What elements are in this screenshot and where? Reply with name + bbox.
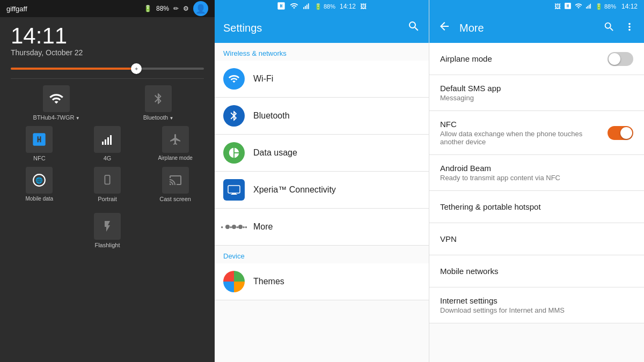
beam-subtitle: Ready to transmit app content via NFC <box>440 174 633 182</box>
airplane-label: Airplane mode <box>158 155 192 161</box>
more-item-internet[interactable]: Internet settings Download settings for … <box>429 287 644 323</box>
portrait-icon <box>94 167 121 194</box>
sms-title: Default SMS app <box>440 84 633 93</box>
vpn-content: VPN <box>440 234 633 243</box>
battery-status-mid: 🔋 88% <box>314 3 335 10</box>
svg-rect-1 <box>105 139 106 145</box>
4g-label: 4G <box>104 155 112 161</box>
more-item-android-beam[interactable]: Android Beam Ready to transmit app conte… <box>429 155 644 191</box>
flashlight-label: Flashlight <box>94 242 120 248</box>
bluetooth-toggle-label: Bluetooth <box>143 114 174 121</box>
more-search-icon[interactable] <box>603 21 615 35</box>
settings-item-data-usage[interactable]: Data usage <box>215 135 429 172</box>
toggle-row-2: NFC 4G Airplane mode <box>5 126 209 161</box>
current-date: Thursday, October 22 <box>11 48 204 57</box>
svg-text:🌐: 🌐 <box>35 176 43 184</box>
nfc-icon-right <box>564 2 572 11</box>
bluetooth-label: Bluetooth <box>253 111 290 121</box>
flashlight-section: Flashlight <box>5 208 209 248</box>
cast-icon <box>162 167 189 194</box>
settings-item-themes[interactable]: Themes <box>215 263 429 300</box>
time-right: 14:12 <box>621 3 638 10</box>
bluetooth-name[interactable]: Bluetooth <box>143 114 174 121</box>
nfc-status-icon <box>277 2 286 12</box>
brightness-control[interactable] <box>0 62 215 78</box>
mobile-data-icon: 🌐 <box>26 167 53 194</box>
data-usage-icon <box>223 142 245 164</box>
settings-item-more[interactable]: More <box>215 209 429 246</box>
internet-title: Internet settings <box>440 296 633 305</box>
toggle-wifi[interactable]: BTHub4-7WGR <box>30 85 83 121</box>
airplane-toggle[interactable] <box>608 52 633 66</box>
photo-icon-mid: 🖼 <box>360 3 367 10</box>
settings-icon-left[interactable]: ⚙ <box>183 5 189 12</box>
more-menu-icon[interactable] <box>624 21 635 35</box>
nfc-content: NFC Allow data exchange when the phone t… <box>440 120 608 146</box>
more-label: More <box>253 222 273 232</box>
svg-rect-3 <box>110 135 112 145</box>
wifi-label: Wi-Fi <box>253 74 273 84</box>
toggle-nfc[interactable]: NFC <box>12 126 66 161</box>
themes-text: Themes <box>253 277 284 286</box>
beam-title: Android Beam <box>440 164 633 173</box>
more-header-icons <box>603 21 635 35</box>
svg-rect-0 <box>102 142 104 145</box>
more-item-airplane[interactable]: Airplane mode <box>429 43 644 75</box>
mobile-data-label: Mobile data <box>25 196 53 202</box>
more-header: More <box>429 13 644 43</box>
wifi-toggle-icon <box>43 85 70 112</box>
more-item-sms[interactable]: Default SMS app Messaging <box>429 75 644 111</box>
more-item-nfc[interactable]: NFC Allow data exchange when the phone t… <box>429 111 644 155</box>
toggle-airplane[interactable]: Airplane mode <box>149 126 202 161</box>
wifi-status-icon <box>290 2 298 12</box>
settings-list: Wireless & networks Wi-Fi Bluetooth <box>215 43 429 362</box>
svg-rect-6 <box>105 175 109 184</box>
airplane-content: Airplane mode <box>440 54 608 63</box>
time-section: 14:11 Thursday, October 22 <box>0 17 215 62</box>
nfc-label: NFC <box>33 155 46 161</box>
toggle-flashlight[interactable]: Flashlight <box>80 213 134 248</box>
back-button[interactable] <box>438 20 451 36</box>
status-bar-left: giffgaff 🔋 88% ✏ ⚙ 👤 <box>0 0 215 17</box>
flashlight-icon <box>94 213 121 240</box>
sms-content: Default SMS app Messaging <box>440 84 633 102</box>
section-wireless: Wireless & networks <box>215 43 429 61</box>
internet-content: Internet settings Download settings for … <box>440 296 633 314</box>
settings-item-bluetooth[interactable]: Bluetooth <box>215 98 429 135</box>
more-item-tethering[interactable]: Tethering & portable hotspot <box>429 191 644 223</box>
settings-search-icon[interactable] <box>407 20 420 36</box>
toggle-4g[interactable]: 4G <box>80 126 134 161</box>
brightness-thumb[interactable] <box>131 63 142 74</box>
avatar-icon[interactable]: 👤 <box>193 1 208 16</box>
svg-rect-17 <box>589 5 590 9</box>
4g-toggle-icon <box>94 126 121 153</box>
bluetooth-toggle-icon <box>145 85 172 112</box>
settings-status-bar: 🔋 88% 14:12 🖼 <box>215 0 429 13</box>
status-icons-left: 🔋 88% ✏ ⚙ 👤 <box>144 1 208 16</box>
settings-item-wifi[interactable]: Wi-Fi <box>215 61 429 98</box>
quick-toggles: BTHub4-7WGR Bluetooth NFC <box>0 79 215 255</box>
airplane-toggle-icon <box>162 126 189 153</box>
more-item-vpn[interactable]: VPN <box>429 223 644 255</box>
sms-subtitle: Messaging <box>440 94 633 102</box>
bluetooth-settings-text: Bluetooth <box>253 111 290 121</box>
toggle-cast[interactable]: Cast screen <box>149 167 202 202</box>
nfc-toggle[interactable] <box>608 126 633 140</box>
toggle-bluetooth[interactable]: Bluetooth <box>131 85 185 121</box>
carrier-name: giffgaff <box>6 5 27 13</box>
nfc-title: NFC <box>440 120 608 129</box>
battery-right: 🔋 88% <box>595 3 616 10</box>
tethering-title: Tethering & portable hotspot <box>440 202 633 211</box>
tethering-content: Tethering & portable hotspot <box>440 202 633 211</box>
wifi-network-name[interactable]: BTHub4-7WGR <box>33 114 79 121</box>
settings-title: Settings <box>223 22 262 34</box>
more-panel: 🖼 🔋 88% 14:12 More <box>429 0 644 362</box>
toggle-mobile-data[interactable]: 🌐 Mobile data <box>12 167 66 202</box>
brightness-track[interactable] <box>11 68 204 70</box>
svg-rect-16 <box>587 6 588 9</box>
more-item-mobile-networks[interactable]: Mobile networks <box>429 255 644 287</box>
toggle-portrait[interactable]: Portrait <box>80 167 134 202</box>
toggle-row-3: 🌐 Mobile data Portrait Cast screen <box>5 167 209 202</box>
time-status-mid: 14:12 <box>340 3 356 10</box>
settings-item-xperia[interactable]: Xperia™ Connectivity <box>215 172 429 209</box>
